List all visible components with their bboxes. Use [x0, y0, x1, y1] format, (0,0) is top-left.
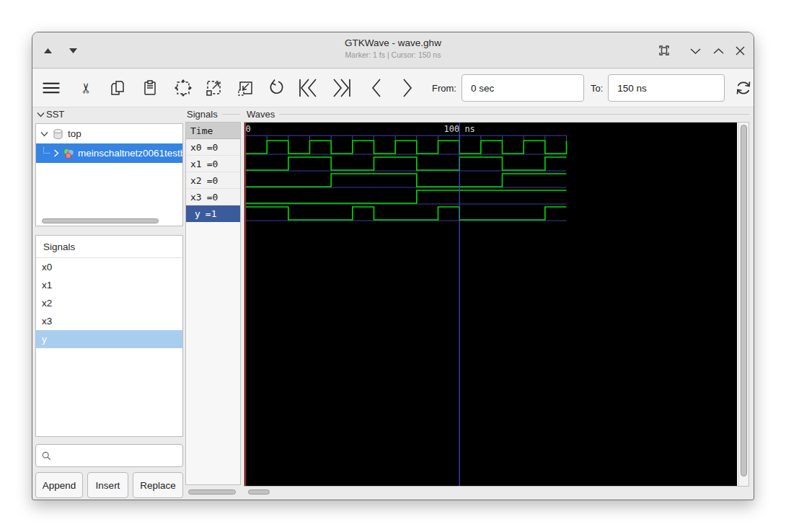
sst-hscrollbar[interactable]: [37, 217, 181, 225]
waves-panel-header: Waves: [247, 109, 749, 120]
fullscreen-icon: [658, 44, 671, 57]
zoom-fit-button[interactable]: [174, 79, 193, 97]
append-button[interactable]: Append: [35, 472, 83, 498]
time-header-cell[interactable]: Time: [186, 123, 240, 139]
facility-list: Signals x0 x1 x2 x3 y: [35, 235, 183, 437]
zoom-in-button[interactable]: [205, 79, 224, 97]
collapse-chevron-icon: [37, 112, 45, 118]
tree-connector: [43, 147, 50, 154]
go-to-end-button[interactable]: [330, 79, 351, 97]
signals-hscrollbar-thumb[interactable]: [188, 489, 236, 495]
waves-hscrollbar-thumb[interactable]: [248, 489, 270, 495]
zoom-fit-icon: [174, 79, 193, 97]
hamburger-menu-icon: [42, 79, 61, 97]
search-input[interactable]: [56, 451, 182, 461]
zoom-out-button[interactable]: [237, 79, 255, 97]
waves-vscrollbar[interactable]: [738, 123, 749, 486]
waves-vscrollbar-thumb[interactable]: [741, 125, 747, 476]
scope-cylinder-icon: [53, 128, 63, 140]
signal-row-x2[interactable]: x2=0: [186, 172, 240, 189]
menu-button[interactable]: [42, 79, 61, 97]
undo-button[interactable]: [268, 79, 286, 97]
sst-hscrollbar-thumb[interactable]: [42, 218, 159, 223]
waves-hscrollbar[interactable]: [244, 488, 749, 496]
list-item-x3[interactable]: x3: [36, 312, 182, 330]
reload-icon: [734, 79, 753, 97]
undo-icon: [268, 79, 286, 97]
wave-canvas-svg: 0100 ns: [244, 123, 737, 486]
chevron-left-icon: [370, 78, 383, 98]
expander-open-icon: [40, 131, 48, 137]
waves-panel: 0100 ns: [244, 122, 749, 487]
copy-icon: [110, 79, 125, 97]
skip-to-end-icon: [330, 78, 351, 98]
expander-closed-icon: [53, 149, 59, 157]
chevron-down-icon: [690, 48, 701, 54]
shift-left-button[interactable]: [367, 79, 386, 97]
search-icon: [42, 451, 51, 461]
signals-hscrollbar[interactable]: [185, 488, 241, 496]
signal-search-box[interactable]: [35, 444, 183, 467]
chevron-right-icon: [401, 78, 414, 98]
to-input[interactable]: [608, 74, 725, 102]
copy-button[interactable]: [108, 79, 127, 97]
signals-panel-header: Signals: [187, 109, 240, 120]
toolbar: ✂: [32, 69, 754, 107]
gtkwave-window: GTKWave - wave.ghw Marker: 1 fs | Cursor…: [32, 32, 754, 500]
sst-header[interactable]: SST: [37, 109, 64, 120]
wave-canvas[interactable]: 0100 ns: [244, 123, 737, 486]
facility-list-header: Signals: [36, 236, 182, 258]
tree-item-top[interactable]: top: [36, 124, 182, 143]
close-button[interactable]: [732, 43, 748, 58]
fullscreen-button[interactable]: [656, 43, 672, 58]
minimize-button[interactable]: [687, 43, 703, 58]
list-item-x0[interactable]: x0: [36, 258, 182, 276]
list-item-y[interactable]: y: [36, 330, 182, 348]
from-input[interactable]: [462, 74, 584, 102]
signal-row-x3[interactable]: x3=0: [186, 189, 240, 205]
to-label: To:: [591, 83, 603, 94]
tree-item-meinschaltnetz[interactable]: meinschaltnetz0061testb: [36, 143, 182, 163]
shift-right-button[interactable]: [398, 79, 417, 97]
paste-button[interactable]: [141, 79, 159, 97]
maximize-button[interactable]: [710, 43, 726, 58]
signal-row-y[interactable]: y=1: [186, 205, 240, 222]
go-to-start-button[interactable]: [299, 79, 320, 97]
titlebar[interactable]: GTKWave - wave.ghw Marker: 1 fs | Cursor…: [32, 32, 754, 68]
list-item-x1[interactable]: x1: [36, 276, 182, 294]
window-title: GTKWave - wave.ghw: [32, 37, 754, 48]
marker-cursor-status: Marker: 1 fs | Cursor: 150 ns: [32, 50, 754, 59]
svg-text:0: 0: [246, 124, 251, 134]
zoom-in-icon: [205, 79, 224, 97]
list-item-x2[interactable]: x2: [36, 294, 182, 312]
signals-name-column: Time x0=0 x1=0 x2=0 x3=0 y=1: [185, 122, 241, 485]
cut-button[interactable]: ✂: [77, 79, 96, 97]
skip-to-start-icon: [299, 78, 320, 98]
replace-button[interactable]: Replace: [133, 472, 183, 498]
close-icon: [736, 46, 745, 56]
paste-icon: [142, 79, 158, 97]
signal-row-x1[interactable]: x1=0: [186, 156, 240, 172]
scissors-icon: ✂: [78, 82, 94, 94]
signal-row-x0[interactable]: x0=0: [186, 139, 240, 156]
module-icon: [63, 148, 75, 159]
zoom-out-icon: [237, 79, 255, 97]
reload-button[interactable]: [734, 79, 753, 97]
insert-button[interactable]: Insert: [87, 472, 128, 498]
chevron-up-icon: [713, 48, 724, 54]
from-label: From:: [432, 83, 456, 94]
sst-tree: top meinschaltnetz0061testb: [35, 123, 183, 226]
